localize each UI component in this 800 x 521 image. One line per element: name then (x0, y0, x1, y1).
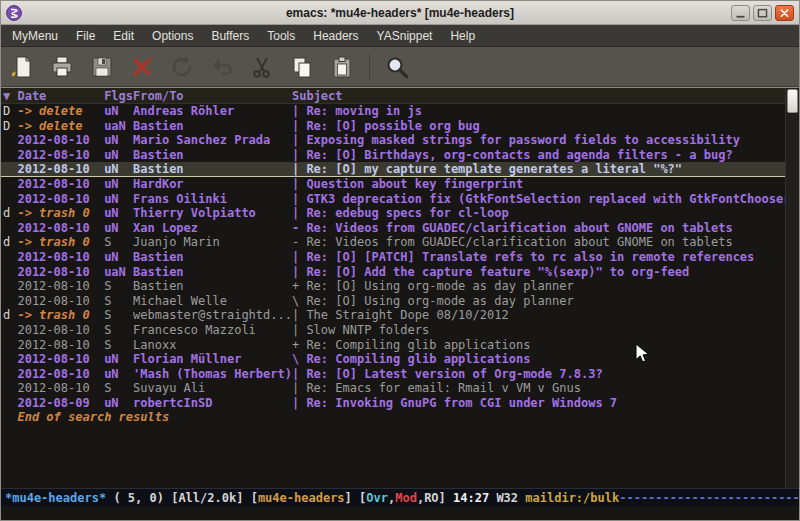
search-icon[interactable] (384, 54, 410, 80)
date-cell: 2012-08-10 (17, 133, 104, 148)
message-row[interactable]: d-> trash 0SJuanjo Marin-Re: Videos from… (1, 235, 785, 250)
message-row[interactable]: 2012-08-10uNHardKor|Question about key f… (1, 177, 785, 192)
menu-item-help[interactable]: Help (441, 25, 484, 47)
from-cell: Bastien (133, 265, 292, 280)
column-subject[interactable]: Subject (292, 88, 785, 103)
thread-separator: | (292, 162, 306, 177)
copy-icon[interactable] (289, 54, 315, 80)
message-row[interactable]: 2012-08-10SFrancesco Mazzoli|Slow NNTP f… (1, 323, 785, 338)
message-row[interactable]: 2012-08-10uN'Mash (Thomas Herbert)|Re: [… (1, 367, 785, 382)
from-cell: Bastien (133, 119, 292, 134)
date-cell: -> trash 0 (17, 206, 104, 221)
message-row[interactable]: 2012-08-10uaNBastien|Re: [O] Add the cap… (1, 265, 785, 280)
flags-cell: S (104, 235, 133, 250)
flags-cell: S (104, 308, 133, 323)
maximize-button[interactable] (753, 5, 772, 21)
message-row[interactable]: 2012-08-10uNFlorian Müllner\Re: Compilin… (1, 352, 785, 367)
subject-cell: Re: [O] my capture template generates a … (306, 162, 785, 177)
menu-item-edit[interactable]: Edit (104, 25, 143, 47)
subject-cell: Re: Videos from GUADEC/clarification abo… (306, 221, 785, 236)
menu-item-options[interactable]: Options (143, 25, 202, 47)
message-row[interactable]: 2012-08-10SMichael Welle\Re: [O] Using o… (1, 294, 785, 309)
modeline-segment-ro: RO (424, 491, 438, 505)
menu-bar: MyMenuFileEditOptionsBuffersToolsHeaders… (1, 25, 799, 47)
save-icon[interactable] (89, 54, 115, 80)
column-from[interactable]: From/To (133, 88, 292, 103)
subject-cell: Re: [O] possible org bug (306, 119, 785, 134)
flags-cell: uaN (104, 265, 133, 280)
thread-separator: - (292, 235, 306, 250)
flags-cell: uN (104, 367, 133, 382)
subject-cell: Re: [O] Birthdays, org-contacts and agen… (306, 148, 785, 163)
menu-item-mymenu[interactable]: MyMenu (3, 25, 67, 47)
modeline-segment-mode: mu4e-headers (258, 491, 345, 505)
menu-item-buffers[interactable]: Buffers (202, 25, 258, 47)
message-row[interactable]: 2012-08-09uNrobertcInSD|Re: Invoking Gnu… (1, 396, 785, 411)
cut-icon[interactable] (249, 54, 275, 80)
sort-direction-icon[interactable]: ▼ (3, 88, 17, 103)
thread-separator: | (292, 177, 306, 192)
paste-icon[interactable] (329, 54, 355, 80)
message-row[interactable]: D-> deleteuaNBastien|Re: [O] possible or… (1, 119, 785, 134)
flags-cell: uN (104, 221, 133, 236)
mu4e-headers-buffer: ▼ Date Flgs From/To Subject D-> deleteuN… (1, 88, 799, 488)
from-cell: Suvayu Ali (133, 381, 292, 396)
flags-cell: S (104, 279, 133, 294)
message-row[interactable]: d-> trash 0uNThierry Volpiatto|Re: edebu… (1, 206, 785, 221)
message-row[interactable]: 2012-08-10uNBastien|Re: [O] Birthdays, o… (1, 148, 785, 163)
menu-item-headers[interactable]: Headers (304, 25, 367, 47)
modeline-segment-plain: W32 (489, 491, 525, 505)
minimize-button[interactable] (731, 5, 750, 21)
thread-separator: | (292, 119, 306, 134)
modeline-segment-plain: ] (439, 491, 453, 505)
headers-column-header[interactable]: ▼ Date Flgs From/To Subject (1, 88, 785, 104)
message-row[interactable]: D-> deleteuNAndreas Röhler|Re: moving in… (1, 104, 785, 119)
subject-cell: Re: Compiling glib applications (306, 352, 785, 367)
message-row[interactable]: 2012-08-10SBastien+Re: [O] Using org-mod… (1, 279, 785, 294)
from-cell: Bastien (133, 279, 292, 294)
thread-separator: \ (292, 294, 306, 309)
date-cell: -> delete (17, 104, 104, 119)
message-row[interactable]: 2012-08-10SSuvayu Ali|Re: Emacs for emai… (1, 381, 785, 396)
column-flags[interactable]: Flgs (104, 88, 133, 103)
minibuffer[interactable] (1, 506, 799, 521)
date-cell: 2012-08-10 (17, 265, 104, 280)
menu-item-file[interactable]: File (67, 25, 104, 47)
title-bar[interactable]: emacs: *mu4e-headers* [mu4e-headers] (1, 1, 799, 25)
menu-item-yasnippet[interactable]: YASnippet (368, 25, 442, 47)
message-row[interactable]: 2012-08-10uNFrans Oilinki|GTK3 deprecati… (1, 192, 785, 207)
date-cell: 2012-08-10 (17, 250, 104, 265)
subject-cell: Re: [O] Latest version of Org-mode 7.8.3… (306, 367, 785, 382)
from-cell: Thierry Volpiatto (133, 206, 292, 221)
window-title: emacs: *mu4e-headers* [mu4e-headers] (1, 6, 799, 20)
mark-char (3, 221, 17, 236)
mark-char (3, 323, 17, 338)
scrollbar-thumb[interactable] (787, 89, 798, 113)
message-row[interactable]: 2012-08-10uNBastien|Re: [O] [PATCH] Tran… (1, 250, 785, 265)
mark-char (3, 338, 17, 353)
date-cell: 2012-08-10 (17, 367, 104, 382)
message-row[interactable]: 2012-08-10SLanoxx+Re: Compiling glib app… (1, 338, 785, 353)
message-row[interactable]: 2012-08-10uNMario Sanchez Prada|Exposing… (1, 133, 785, 148)
close-buffer-icon[interactable] (129, 54, 155, 80)
mark-char: D (3, 104, 17, 119)
subject-cell: Slow NNTP folders (306, 323, 785, 338)
print-icon[interactable] (49, 54, 75, 80)
column-date[interactable]: Date (17, 88, 104, 103)
scrollbar[interactable] (785, 88, 799, 488)
from-cell: Mario Sanchez Prada (133, 133, 292, 148)
new-file-icon[interactable] (9, 54, 35, 80)
flags-cell: S (104, 294, 133, 309)
refresh-icon (169, 54, 195, 80)
message-row[interactable]: 2012-08-10uNBastien|Re: [O] my capture t… (1, 162, 785, 177)
message-row[interactable]: 2012-08-10uNXan Lopez-Re: Videos from GU… (1, 221, 785, 236)
subject-cell: Re: edebug specs for cl-loop (306, 206, 785, 221)
from-cell: Juanjo Marin (133, 235, 292, 250)
modeline-segment-mod: Mod (395, 491, 417, 505)
mark-char (3, 265, 17, 280)
menu-item-tools[interactable]: Tools (258, 25, 304, 47)
message-row[interactable]: d-> trash 0Swebmaster@straightd...|The S… (1, 308, 785, 323)
date-cell: -> trash 0 (17, 235, 104, 250)
close-button[interactable] (775, 5, 794, 21)
from-cell: Bastien (133, 250, 292, 265)
